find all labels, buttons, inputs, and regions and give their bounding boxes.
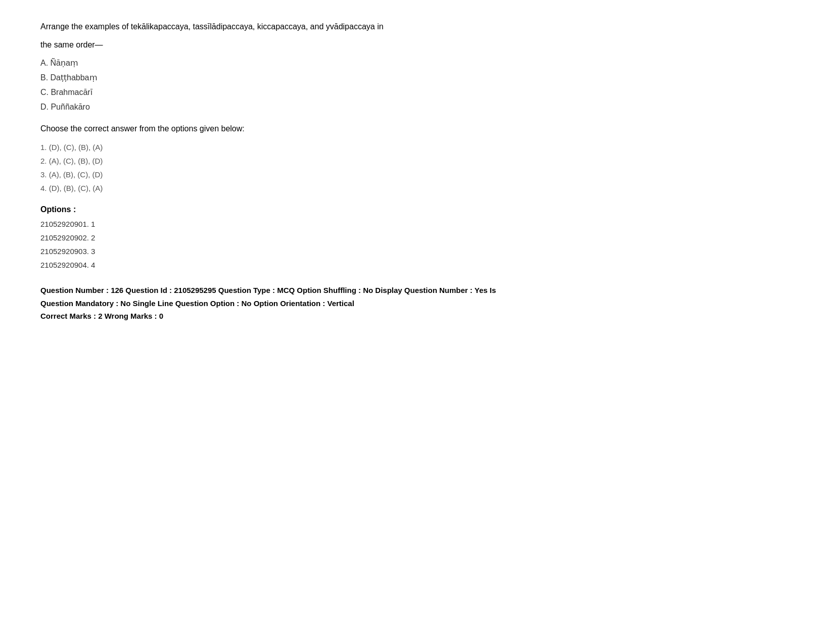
choice-2: 2. (A), (C), (B), (D): [40, 154, 794, 168]
option-d: D. Puññakāro: [40, 100, 794, 115]
meta-line1: Question Number : 126 Question Id : 2105…: [40, 284, 794, 297]
option-c: C. Brahmacārī: [40, 85, 794, 100]
option-entry-1: 21052920901. 1: [40, 217, 794, 231]
option-entry-3: 21052920903. 3: [40, 244, 794, 258]
question-text-line2: the same order—: [40, 38, 794, 52]
choice-4: 4. (D), (B), (C), (A): [40, 181, 794, 195]
options-label: Options :: [40, 205, 794, 214]
meta-info-block: Question Number : 126 Question Id : 2105…: [40, 284, 794, 323]
instruction-text: Choose the correct answer from the optio…: [40, 124, 794, 133]
answer-choices-list: 1. (D), (C), (B), (A) 2. (A), (C), (B), …: [40, 140, 794, 195]
question-text-line1: Arrange the examples of tekālikapaccaya,…: [40, 20, 794, 33]
option-entry-4: 21052920904. 4: [40, 258, 794, 272]
meta-line3: Correct Marks : 2 Wrong Marks : 0: [40, 310, 794, 323]
choice-1: 1. (D), (C), (B), (A): [40, 140, 794, 154]
question-container: Arrange the examples of tekālikapaccaya,…: [40, 20, 794, 323]
choice-3: 3. (A), (B), (C), (D): [40, 168, 794, 181]
option-entry-2: 21052920902. 2: [40, 231, 794, 244]
option-entries-list: 21052920901. 1 21052920902. 2 2105292090…: [40, 217, 794, 272]
option-a: A. Ñāṇaṃ: [40, 56, 794, 71]
meta-line2: Question Mandatory : No Single Line Ques…: [40, 297, 794, 310]
option-b: B. Daṭṭhabbaṃ: [40, 71, 794, 85]
